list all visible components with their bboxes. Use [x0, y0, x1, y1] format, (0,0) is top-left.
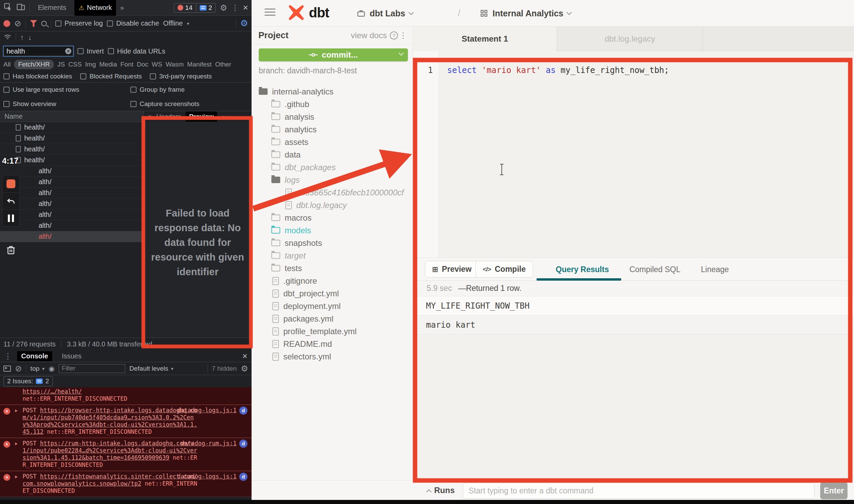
expand-icon[interactable]: ▶ — [15, 440, 18, 447]
console-filter-input[interactable] — [59, 364, 125, 373]
tab-query-results[interactable]: Query Results — [556, 265, 609, 274]
disable-cache-checkbox[interactable]: Disable cache — [107, 19, 159, 27]
request-row[interactable]: alth/ — [0, 231, 143, 242]
tab-statement-1[interactable]: Statement 1 — [413, 27, 557, 51]
inspect-icon[interactable] — [3, 2, 12, 13]
tree-item-deployment-yml[interactable]: deployment.yml — [252, 300, 413, 312]
network-conditions-gear-icon[interactable]: ⚙ — [240, 18, 248, 29]
kebab-menu-icon[interactable]: ⋮ — [231, 3, 239, 12]
filter-chip-js[interactable]: JS — [57, 61, 65, 68]
request-row[interactable]: health/ — [0, 122, 143, 133]
enter-button[interactable]: Enter — [820, 482, 848, 499]
issues-summary[interactable]: 2 Issues: 2 — [3, 376, 53, 386]
filter-chip-media[interactable]: Media — [99, 61, 117, 68]
close-devtools-icon[interactable]: × — [243, 2, 248, 13]
checkbox-capture-screenshots[interactable]: Capture screenshots — [130, 100, 248, 108]
filter-chip-all[interactable]: All — [3, 61, 11, 68]
request-row[interactable]: health/ — [0, 133, 143, 144]
tree-item-target[interactable]: target — [252, 249, 413, 262]
preserve-log-checkbox[interactable]: Preserve log — [55, 19, 103, 27]
import-har-icon[interactable]: ↑ — [20, 33, 24, 42]
tree-item-models[interactable]: models — [252, 224, 413, 237]
tab-lineage[interactable]: Lineage — [701, 265, 729, 274]
close-drawer-icon[interactable]: × — [242, 351, 247, 361]
tab-preview[interactable]: Preview — [186, 112, 217, 122]
tab-compiled-sql[interactable]: Compiled SQL — [629, 265, 681, 274]
export-har-icon[interactable]: ↓ — [28, 33, 32, 42]
checkbox-icon[interactable] — [107, 20, 113, 27]
tree-item-analysis[interactable]: analysis — [252, 110, 413, 123]
error-source-link[interactable]: datadog-logs.js:1 — [177, 407, 237, 414]
record-icon[interactable] — [3, 20, 10, 27]
invert-checkbox[interactable]: Invert — [77, 47, 104, 55]
hide-data-urls-checkbox[interactable]: Hide data URLs — [108, 47, 165, 55]
tree-item-data[interactable]: data — [252, 148, 413, 161]
sql-editor[interactable]: 1 select 'mario kart' as my_life_right_n… — [413, 51, 854, 257]
error-badge[interactable]: 14 — [174, 4, 196, 12]
tab-headers[interactable]: Headers — [156, 113, 181, 120]
result-cell[interactable]: mario kart — [413, 315, 854, 335]
project-kebab-icon[interactable]: ⋮ — [393, 29, 410, 42]
tree-item-macros[interactable]: macros — [252, 211, 413, 224]
filter-chip-manifest[interactable]: Manifest — [187, 61, 212, 68]
checkbox-icon[interactable] — [130, 101, 137, 107]
more-tabs-icon[interactable]: » — [120, 4, 124, 12]
request-row[interactable]: alth/ — [0, 188, 143, 198]
name-column-header[interactable]: Name — [0, 111, 143, 122]
runs-toggle[interactable]: Runs — [427, 486, 455, 495]
checkbox-icon[interactable] — [3, 73, 10, 79]
tree-item-tests[interactable]: tests — [252, 262, 413, 275]
filter-chip-other[interactable]: Other — [215, 61, 231, 68]
error-source-link[interactable]: datadog-rum.js:1 — [181, 440, 237, 447]
tree-item-analytics[interactable]: analytics — [252, 123, 413, 136]
checkbox-icon[interactable] — [80, 73, 86, 79]
preview-button[interactable]: ⊞ Preview — [425, 261, 479, 278]
dbt-logo[interactable]: dbt — [287, 3, 329, 22]
more-detail-tabs-icon[interactable]: » — [222, 113, 226, 120]
device-toolbar-icon[interactable] — [16, 2, 25, 13]
request-row[interactable]: alth/ — [0, 220, 143, 231]
filter-chip-font[interactable]: Font — [120, 61, 133, 68]
request-row[interactable]: health/ — [0, 155, 143, 166]
dropdown-arrow-icon[interactable]: ▾ — [187, 21, 189, 26]
console-sidebar-icon[interactable] — [3, 366, 11, 372]
message-badge[interactable]: 2 — [196, 4, 216, 12]
clear-icon[interactable]: ⊘ — [14, 19, 21, 28]
stop-recording-button[interactable] — [2, 175, 19, 192]
tree-item-assets[interactable]: assets — [252, 136, 413, 148]
tab-issues[interactable]: Issues — [58, 351, 86, 361]
error-source-link[interactable]: datadog-logs.js:1 — [177, 473, 237, 480]
tree-item-internal-analytics[interactable]: internal-analytics — [252, 85, 413, 98]
delete-recording-button[interactable] — [2, 241, 20, 258]
console-kebab-icon[interactable]: ⋮ — [4, 352, 12, 361]
tree-item-dbt-project-yml[interactable]: dbt_project.yml — [252, 287, 413, 300]
checkbox-show-overview[interactable]: Show overview — [3, 100, 130, 108]
expand-icon[interactable]: ▶ — [15, 407, 18, 414]
checkbox-blocked-requests[interactable]: Blocked Requests — [80, 73, 142, 80]
view-docs-link[interactable]: view docs ? — [351, 31, 398, 40]
tree-item-profile-template-yml[interactable]: profile_template.yml — [252, 325, 413, 338]
throttling-dropdown[interactable]: Offline — [163, 19, 183, 27]
hamburger-menu-icon[interactable] — [265, 9, 275, 18]
request-row[interactable]: health/ — [0, 144, 143, 155]
request-row[interactable]: alth/ — [0, 166, 143, 177]
checkbox-icon[interactable] — [130, 87, 137, 93]
request-row[interactable]: alth/ — [0, 198, 143, 209]
checkbox-icon[interactable] — [3, 101, 10, 107]
log-levels-dropdown[interactable]: Default levels ▾ — [129, 365, 173, 372]
checkbox-use-large-request-rows[interactable]: Use large request rows — [3, 86, 130, 93]
checkbox-icon[interactable] — [55, 20, 61, 27]
network-filter-input[interactable]: health × — [3, 46, 73, 56]
restart-recording-button[interactable] — [2, 192, 19, 209]
tree-item-dbt-log-legacy[interactable]: dbt.log.legacy — [252, 199, 413, 211]
filter-chip-css[interactable]: CSS — [68, 61, 82, 68]
expand-icon[interactable]: ▶ — [15, 473, 18, 480]
project-switcher[interactable]: Internal Analytics — [480, 0, 571, 27]
checkbox-group-by-frame[interactable]: Group by frame — [130, 86, 248, 93]
error-url[interactable]: https://…/health/ — [23, 388, 82, 395]
tab-network[interactable]: ⚠ Network — [74, 0, 116, 16]
filter-chip-img[interactable]: Img — [85, 61, 96, 68]
tree-item-nfs3665c416bfecb1000000cf[interactable]: .nfs3665c416bfecb1000000cf — [252, 186, 413, 199]
filter-chip-wasm[interactable]: Wasm — [166, 61, 184, 68]
pause-recording-button[interactable] — [2, 209, 19, 226]
